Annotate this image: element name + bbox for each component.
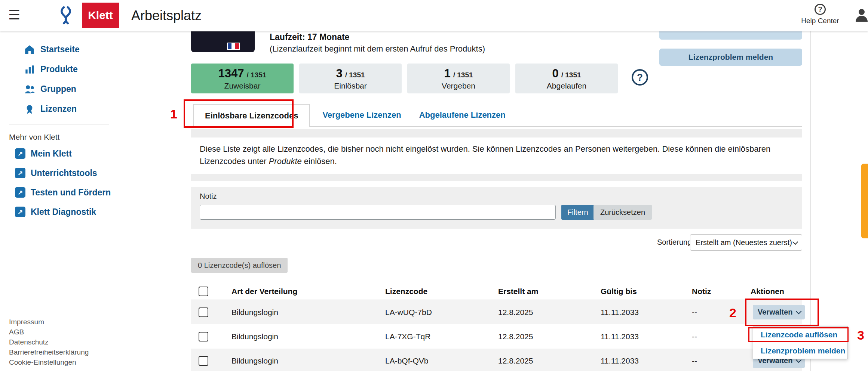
sidebar-item-klett-diagnostik[interactable]: ↗ Klett Diagnostik bbox=[0, 202, 176, 222]
filter-panel: Notiz Filtern Zurücksetzen bbox=[191, 187, 802, 229]
license-duration: Laufzeit: 17 Monate bbox=[270, 32, 349, 42]
external-link-icon: ↗ bbox=[15, 168, 25, 178]
menu-item-lizenzcode-aufloesen[interactable]: Lizenzcode auflösen bbox=[753, 327, 847, 343]
bulk-dissolve-button[interactable]: 0 Lizenzcode(s) auflösen bbox=[191, 258, 288, 273]
sidebar-footer-links: Impressum AGB Datenschutz Barrierefreihe… bbox=[9, 317, 89, 367]
reset-filter-button[interactable]: Zurücksetzen bbox=[594, 205, 652, 220]
footer-link-impressum[interactable]: Impressum bbox=[9, 317, 89, 327]
footer-link-datenschutz[interactable]: Datenschutz bbox=[9, 337, 89, 347]
home-icon bbox=[24, 44, 35, 55]
annotation-number-1: 1 bbox=[170, 107, 177, 121]
tab-einloesbare-lizenzcodes[interactable]: Einlösbare Lizenzcodes bbox=[193, 104, 310, 127]
col-header-lizenzcode: Lizenzcode bbox=[385, 287, 498, 296]
panel-separator-bottom bbox=[191, 174, 802, 181]
sidebar: Startseite Produkte Gruppen Lizenzen Meh… bbox=[0, 31, 176, 371]
help-center-button[interactable]: ? Help Center bbox=[796, 4, 844, 25]
col-header-erstellt: Erstellt am bbox=[498, 287, 601, 296]
help-icon: ? bbox=[815, 4, 826, 15]
page-title: Arbeitsplatz bbox=[131, 0, 202, 31]
chevron-down-icon bbox=[796, 309, 802, 315]
tab-vergebene-lizenzen[interactable]: Vergebene Lizenzen bbox=[322, 104, 401, 126]
product-cover-image bbox=[191, 31, 255, 52]
annotation-number-3: 3 bbox=[857, 328, 864, 343]
external-link-icon: ↗ bbox=[15, 207, 25, 217]
table-row: Bildungslogin LA-bQf-QVb 12.8.2025 11.11… bbox=[191, 349, 802, 371]
sidebar-item-unterrichtstools[interactable]: ↗ Unterrichtstools bbox=[0, 163, 176, 183]
verwalten-button[interactable]: Verwalten bbox=[753, 305, 805, 319]
help-center-label: Help Center bbox=[801, 17, 839, 25]
app-header: ☰ Klett Arbeitsplatz ? Help Center bbox=[0, 0, 868, 31]
bar-chart-icon bbox=[24, 64, 35, 75]
report-license-problem-button[interactable]: Lizenzproblem melden bbox=[659, 49, 802, 66]
footer-link-cookies[interactable]: Cookie-Einstellungen bbox=[9, 357, 89, 367]
external-link-icon: ↗ bbox=[15, 148, 25, 159]
col-header-art: Art der Verteilung bbox=[231, 287, 385, 296]
annotation-number-2: 2 bbox=[729, 306, 736, 320]
sidebar-divider bbox=[9, 124, 109, 124]
table-row: Bildungslogin LA-7XG-TqR 12.8.2025 11.11… bbox=[191, 324, 802, 349]
external-link-icon: ↗ bbox=[15, 187, 25, 198]
partially-visible-button[interactable] bbox=[659, 31, 802, 40]
hamburger-menu-icon[interactable]: ☰ bbox=[8, 8, 20, 22]
license-icon bbox=[24, 103, 35, 115]
stat-card-vergeben[interactable]: 1 / 1351 Vergeben bbox=[407, 64, 510, 93]
tab-description: Diese Liste zeigt alle Lizenzcodes, die … bbox=[200, 143, 795, 167]
user-account-icon[interactable] bbox=[853, 7, 868, 25]
french-flag-graphic bbox=[227, 43, 240, 50]
sidebar-item-testen-und-foerdern[interactable]: ↗ Testen und Fördern bbox=[0, 183, 176, 202]
table-header-row: Art der Verteilung Lizenzcode Erstellt a… bbox=[191, 283, 802, 300]
verwalten-dropdown-menu: Lizenzcode auflösen Lizenzproblem melden bbox=[753, 326, 848, 359]
people-icon bbox=[24, 84, 35, 95]
sort-dropdown[interactable]: Erstellt am (Neuestes zuerst) bbox=[690, 234, 802, 251]
content-edge-divider bbox=[810, 31, 811, 371]
filter-button[interactable]: Filtern bbox=[561, 205, 594, 220]
notiz-filter-input[interactable] bbox=[200, 205, 556, 220]
klett-logo-icon bbox=[50, 3, 82, 28]
feedback-tab[interactable] bbox=[861, 164, 868, 238]
select-all-checkbox[interactable] bbox=[199, 287, 208, 296]
klett-logo: Klett bbox=[50, 3, 119, 28]
sidebar-section-title: Mehr von Klett bbox=[9, 133, 176, 142]
sort-label: Sortierung bbox=[657, 238, 691, 247]
row-checkbox[interactable] bbox=[199, 307, 208, 317]
menu-item-lizenzproblem-melden[interactable]: Lizenzproblem melden bbox=[753, 343, 847, 359]
sidebar-item-gruppen[interactable]: Gruppen bbox=[0, 79, 176, 99]
license-table: Art der Verteilung Lizenzcode Erstellt a… bbox=[191, 283, 802, 371]
stat-card-einloesbar[interactable]: 3 / 1351 Einlösbar bbox=[299, 64, 402, 93]
license-stats: 1347 / 1351 Zuweisbar 3 / 1351 Einlösbar… bbox=[191, 64, 618, 93]
license-duration-note: (Lizenzlaufzeit beginnt mit dem ersten A… bbox=[270, 44, 485, 54]
stat-card-zuweisbar[interactable]: 1347 / 1351 Zuweisbar bbox=[191, 64, 294, 93]
klett-wordmark: Klett bbox=[82, 3, 119, 28]
page: ☰ Klett Arbeitsplatz ? Help Center Start… bbox=[0, 0, 868, 371]
table-row: Bildungslogin LA-wUQ-7bD 12.8.2025 11.11… bbox=[191, 300, 802, 324]
sidebar-item-mein-klett[interactable]: ↗ Mein Klett bbox=[0, 144, 176, 163]
sidebar-item-lizenzen[interactable]: Lizenzen bbox=[0, 99, 176, 119]
tab-abgelaufene-lizenzen[interactable]: Abgelaufene Lizenzen bbox=[419, 104, 506, 126]
sidebar-item-produkte[interactable]: Produkte bbox=[0, 59, 176, 79]
license-tabs: Einlösbare Lizenzcodes Vergebene Lizenze… bbox=[191, 104, 802, 127]
footer-link-agb[interactable]: AGB bbox=[9, 327, 89, 337]
col-header-aktionen: Aktionen bbox=[751, 287, 802, 296]
footer-link-barrierefreiheit[interactable]: Barrierefreiheitserklärung bbox=[9, 347, 89, 357]
stats-help-icon[interactable]: ? bbox=[632, 69, 648, 86]
row-checkbox[interactable] bbox=[199, 332, 208, 341]
col-header-gueltig: Gültig bis bbox=[601, 287, 692, 296]
sidebar-item-startseite[interactable]: Startseite bbox=[0, 40, 176, 59]
chevron-down-icon bbox=[792, 239, 798, 245]
panel-separator-top bbox=[191, 129, 802, 137]
col-header-notiz: Notiz bbox=[692, 287, 751, 296]
row-checkbox[interactable] bbox=[199, 356, 208, 366]
notiz-label: Notiz bbox=[200, 192, 217, 201]
stat-card-abgelaufen[interactable]: 0 / 1351 Abgelaufen bbox=[515, 64, 618, 93]
